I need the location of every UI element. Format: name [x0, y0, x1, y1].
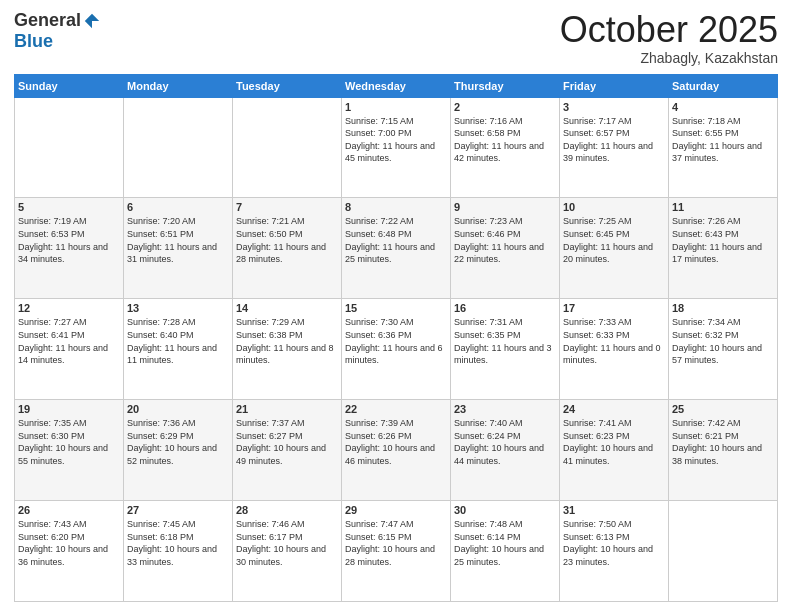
table-cell: 24Sunrise: 7:41 AMSunset: 6:23 PMDayligh…: [560, 400, 669, 501]
day-info: Sunrise: 7:18 AMSunset: 6:55 PMDaylight:…: [672, 115, 774, 165]
day-number: 5: [18, 201, 120, 213]
table-cell: 15Sunrise: 7:30 AMSunset: 6:36 PMDayligh…: [342, 299, 451, 400]
title-area: October 2025 Zhabagly, Kazakhstan: [560, 10, 778, 66]
table-cell: 18Sunrise: 7:34 AMSunset: 6:32 PMDayligh…: [669, 299, 778, 400]
header-saturday: Saturday: [669, 74, 778, 97]
logo: General Blue: [14, 10, 101, 52]
day-info: Sunrise: 7:42 AMSunset: 6:21 PMDaylight:…: [672, 417, 774, 467]
logo-blue-text: Blue: [14, 31, 53, 52]
table-cell: 29Sunrise: 7:47 AMSunset: 6:15 PMDayligh…: [342, 501, 451, 602]
day-number: 24: [563, 403, 665, 415]
day-info: Sunrise: 7:41 AMSunset: 6:23 PMDaylight:…: [563, 417, 665, 467]
day-number: 31: [563, 504, 665, 516]
table-cell: 21Sunrise: 7:37 AMSunset: 6:27 PMDayligh…: [233, 400, 342, 501]
table-cell: [124, 97, 233, 198]
table-cell: 6Sunrise: 7:20 AMSunset: 6:51 PMDaylight…: [124, 198, 233, 299]
day-info: Sunrise: 7:16 AMSunset: 6:58 PMDaylight:…: [454, 115, 556, 165]
header-tuesday: Tuesday: [233, 74, 342, 97]
table-cell: 12Sunrise: 7:27 AMSunset: 6:41 PMDayligh…: [15, 299, 124, 400]
header-thursday: Thursday: [451, 74, 560, 97]
table-cell: 19Sunrise: 7:35 AMSunset: 6:30 PMDayligh…: [15, 400, 124, 501]
day-info: Sunrise: 7:47 AMSunset: 6:15 PMDaylight:…: [345, 518, 447, 568]
svg-marker-0: [85, 13, 99, 27]
table-cell: 8Sunrise: 7:22 AMSunset: 6:48 PMDaylight…: [342, 198, 451, 299]
day-number: 20: [127, 403, 229, 415]
day-info: Sunrise: 7:22 AMSunset: 6:48 PMDaylight:…: [345, 215, 447, 265]
table-cell: 13Sunrise: 7:28 AMSunset: 6:40 PMDayligh…: [124, 299, 233, 400]
day-number: 3: [563, 101, 665, 113]
location: Zhabagly, Kazakhstan: [560, 50, 778, 66]
day-info: Sunrise: 7:25 AMSunset: 6:45 PMDaylight:…: [563, 215, 665, 265]
header-monday: Monday: [124, 74, 233, 97]
table-cell: 30Sunrise: 7:48 AMSunset: 6:14 PMDayligh…: [451, 501, 560, 602]
day-number: 27: [127, 504, 229, 516]
day-info: Sunrise: 7:36 AMSunset: 6:29 PMDaylight:…: [127, 417, 229, 467]
day-info: Sunrise: 7:29 AMSunset: 6:38 PMDaylight:…: [236, 316, 338, 366]
day-info: Sunrise: 7:19 AMSunset: 6:53 PMDaylight:…: [18, 215, 120, 265]
table-cell: [669, 501, 778, 602]
day-number: 7: [236, 201, 338, 213]
day-number: 4: [672, 101, 774, 113]
day-info: Sunrise: 7:45 AMSunset: 6:18 PMDaylight:…: [127, 518, 229, 568]
table-cell: 4Sunrise: 7:18 AMSunset: 6:55 PMDaylight…: [669, 97, 778, 198]
day-number: 23: [454, 403, 556, 415]
table-cell: 16Sunrise: 7:31 AMSunset: 6:35 PMDayligh…: [451, 299, 560, 400]
table-cell: 28Sunrise: 7:46 AMSunset: 6:17 PMDayligh…: [233, 501, 342, 602]
day-info: Sunrise: 7:34 AMSunset: 6:32 PMDaylight:…: [672, 316, 774, 366]
day-info: Sunrise: 7:23 AMSunset: 6:46 PMDaylight:…: [454, 215, 556, 265]
week-row-1: 5Sunrise: 7:19 AMSunset: 6:53 PMDaylight…: [15, 198, 778, 299]
week-row-3: 19Sunrise: 7:35 AMSunset: 6:30 PMDayligh…: [15, 400, 778, 501]
day-info: Sunrise: 7:30 AMSunset: 6:36 PMDaylight:…: [345, 316, 447, 366]
table-cell: 26Sunrise: 7:43 AMSunset: 6:20 PMDayligh…: [15, 501, 124, 602]
day-number: 15: [345, 302, 447, 314]
logo-general-text: General: [14, 10, 81, 31]
day-info: Sunrise: 7:50 AMSunset: 6:13 PMDaylight:…: [563, 518, 665, 568]
day-number: 13: [127, 302, 229, 314]
day-number: 18: [672, 302, 774, 314]
day-info: Sunrise: 7:20 AMSunset: 6:51 PMDaylight:…: [127, 215, 229, 265]
day-number: 19: [18, 403, 120, 415]
table-cell: 11Sunrise: 7:26 AMSunset: 6:43 PMDayligh…: [669, 198, 778, 299]
table-cell: 27Sunrise: 7:45 AMSunset: 6:18 PMDayligh…: [124, 501, 233, 602]
header-friday: Friday: [560, 74, 669, 97]
month-title: October 2025: [560, 10, 778, 50]
weekday-header-row: Sunday Monday Tuesday Wednesday Thursday…: [15, 74, 778, 97]
day-info: Sunrise: 7:43 AMSunset: 6:20 PMDaylight:…: [18, 518, 120, 568]
day-number: 10: [563, 201, 665, 213]
week-row-0: 1Sunrise: 7:15 AMSunset: 7:00 PMDaylight…: [15, 97, 778, 198]
header-sunday: Sunday: [15, 74, 124, 97]
day-info: Sunrise: 7:46 AMSunset: 6:17 PMDaylight:…: [236, 518, 338, 568]
day-number: 12: [18, 302, 120, 314]
day-number: 17: [563, 302, 665, 314]
day-info: Sunrise: 7:39 AMSunset: 6:26 PMDaylight:…: [345, 417, 447, 467]
day-number: 16: [454, 302, 556, 314]
day-number: 30: [454, 504, 556, 516]
table-cell: 23Sunrise: 7:40 AMSunset: 6:24 PMDayligh…: [451, 400, 560, 501]
table-cell: 7Sunrise: 7:21 AMSunset: 6:50 PMDaylight…: [233, 198, 342, 299]
day-info: Sunrise: 7:33 AMSunset: 6:33 PMDaylight:…: [563, 316, 665, 366]
table-cell: [15, 97, 124, 198]
day-info: Sunrise: 7:37 AMSunset: 6:27 PMDaylight:…: [236, 417, 338, 467]
day-number: 9: [454, 201, 556, 213]
day-info: Sunrise: 7:28 AMSunset: 6:40 PMDaylight:…: [127, 316, 229, 366]
table-cell: 25Sunrise: 7:42 AMSunset: 6:21 PMDayligh…: [669, 400, 778, 501]
table-cell: 2Sunrise: 7:16 AMSunset: 6:58 PMDaylight…: [451, 97, 560, 198]
table-cell: 20Sunrise: 7:36 AMSunset: 6:29 PMDayligh…: [124, 400, 233, 501]
day-info: Sunrise: 7:31 AMSunset: 6:35 PMDaylight:…: [454, 316, 556, 366]
table-cell: 9Sunrise: 7:23 AMSunset: 6:46 PMDaylight…: [451, 198, 560, 299]
day-number: 22: [345, 403, 447, 415]
day-info: Sunrise: 7:27 AMSunset: 6:41 PMDaylight:…: [18, 316, 120, 366]
table-cell: 5Sunrise: 7:19 AMSunset: 6:53 PMDaylight…: [15, 198, 124, 299]
day-info: Sunrise: 7:17 AMSunset: 6:57 PMDaylight:…: [563, 115, 665, 165]
day-number: 26: [18, 504, 120, 516]
day-number: 21: [236, 403, 338, 415]
week-row-2: 12Sunrise: 7:27 AMSunset: 6:41 PMDayligh…: [15, 299, 778, 400]
table-cell: 10Sunrise: 7:25 AMSunset: 6:45 PMDayligh…: [560, 198, 669, 299]
table-cell: [233, 97, 342, 198]
day-info: Sunrise: 7:21 AMSunset: 6:50 PMDaylight:…: [236, 215, 338, 265]
logo-icon: [83, 12, 101, 30]
day-info: Sunrise: 7:26 AMSunset: 6:43 PMDaylight:…: [672, 215, 774, 265]
week-row-4: 26Sunrise: 7:43 AMSunset: 6:20 PMDayligh…: [15, 501, 778, 602]
table-cell: 22Sunrise: 7:39 AMSunset: 6:26 PMDayligh…: [342, 400, 451, 501]
table-cell: 17Sunrise: 7:33 AMSunset: 6:33 PMDayligh…: [560, 299, 669, 400]
